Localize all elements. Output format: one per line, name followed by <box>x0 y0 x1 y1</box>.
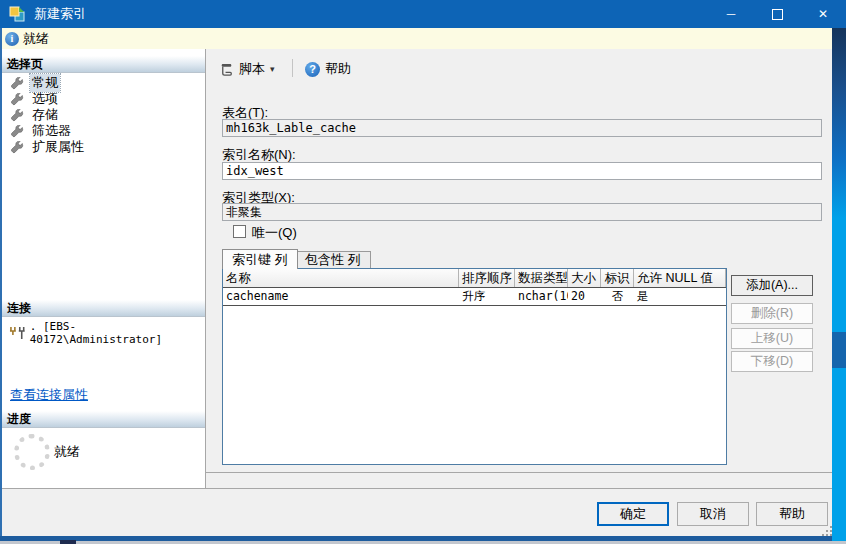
grid-header-row: 名称 排序顺序 数据类型 大小 标识 允许 NULL 值 <box>223 269 726 288</box>
help-button[interactable]: 帮助 <box>756 502 828 526</box>
index-type-field: 非聚集 <box>222 203 822 221</box>
desktop-strip-block <box>60 540 76 544</box>
window-border-left <box>0 28 2 538</box>
minimize-button[interactable]: ─ <box>708 0 754 28</box>
wrench-icon <box>11 93 24 106</box>
ok-button[interactable]: 确定 <box>597 502 669 526</box>
table-row[interactable]: cachename 升序 nchar(10) 20 否 是 <box>223 288 726 306</box>
left-panel: 选择页 常规 选项 存储 筛选器 扩展属性 连接 . [EBS-4017 <box>2 49 206 488</box>
maximize-icon <box>772 9 783 20</box>
connection-header: 连接 <box>2 300 205 317</box>
column-header-sort-order[interactable]: 排序顺序 <box>459 269 515 287</box>
sidebar-item-label: 扩展属性 <box>30 138 86 156</box>
help-button-label: 帮助 <box>325 60 351 78</box>
wrench-icon <box>11 77 24 90</box>
column-header-data-type[interactable]: 数据类型 <box>515 269 568 287</box>
progress-spinner-icon <box>14 434 50 470</box>
cell-allow-nulls: 是 <box>634 288 726 305</box>
tab-index-key-columns[interactable]: 索引键 列 <box>222 249 298 269</box>
sidebar-item-options[interactable]: 选项 <box>2 91 205 107</box>
index-name-input[interactable] <box>222 162 822 180</box>
sidebar-item-storage[interactable]: 存储 <box>2 107 205 123</box>
cell-sort-order[interactable]: 升序 <box>459 288 515 305</box>
main-panel: 脚本 ▾ ? 帮助 表名(T): mh163k_Lable_cache 索引名称… <box>206 49 832 473</box>
wrench-icon <box>11 125 24 138</box>
server-connection-icon <box>8 326 26 341</box>
sidebar-item-extended-properties[interactable]: 扩展属性 <box>2 139 205 155</box>
cell-identity: 否 <box>601 288 634 305</box>
cancel-button[interactable]: 取消 <box>677 502 749 526</box>
connection-row: . [EBS-40172\Administrator] <box>8 320 205 346</box>
dialog-icon <box>9 6 25 22</box>
background-scrollbar-thumb <box>832 332 846 368</box>
wrench-icon <box>11 109 24 122</box>
table-name-field: mh163k_Lable_cache <box>222 119 822 137</box>
progress-header: 进度 <box>2 411 205 428</box>
connection-text: . [EBS-40172\Administrator] <box>30 320 205 346</box>
status-text: 就绪 <box>23 30 49 48</box>
resize-grip[interactable] <box>820 524 832 536</box>
new-index-dialog: 新建索引 ─ ✕ i 就绪 选择页 常规 选项 存储 筛选器 扩展属性 <box>0 0 846 544</box>
index-columns-grid: 名称 排序顺序 数据类型 大小 标识 允许 NULL 值 cachename 升… <box>222 268 727 465</box>
status-strip: i 就绪 <box>0 28 832 50</box>
move-up-button: 上移(U) <box>731 328 813 349</box>
close-button[interactable]: ✕ <box>800 0 846 28</box>
title-bar: 新建索引 ─ ✕ <box>0 0 846 28</box>
unique-checkbox[interactable] <box>233 225 246 238</box>
progress-text: 就绪 <box>54 443 80 461</box>
script-button-label: 脚本 <box>239 60 265 78</box>
cell-name[interactable]: cachename <box>223 288 459 305</box>
help-toolbar-button[interactable]: ? 帮助 <box>298 56 358 82</box>
column-header-allow-nulls[interactable]: 允许 NULL 值 <box>634 269 726 287</box>
move-down-button: 下移(D) <box>731 351 813 372</box>
unique-checkbox-label: 唯一(Q) <box>252 224 297 242</box>
chevron-down-icon[interactable]: ▾ <box>270 64 275 74</box>
cell-size: 20 <box>568 288 601 305</box>
background-scrollbar <box>832 28 846 544</box>
sidebar-item-filter[interactable]: 筛选器 <box>2 123 205 139</box>
window-title: 新建索引 <box>34 5 708 23</box>
help-icon: ? <box>305 62 320 77</box>
remove-button: 删除(R) <box>731 303 813 324</box>
wrench-icon <box>11 141 24 154</box>
close-icon: ✕ <box>818 7 828 21</box>
cell-data-type: nchar(10) <box>515 288 568 305</box>
column-header-size[interactable]: 大小 <box>568 269 601 287</box>
column-header-name[interactable]: 名称 <box>223 269 459 287</box>
view-connection-properties-link[interactable]: 查看连接属性 <box>10 386 88 404</box>
script-button[interactable]: 脚本 ▾ <box>212 56 282 82</box>
sidebar-item-general[interactable]: 常规 <box>2 75 205 91</box>
maximize-button[interactable] <box>754 0 800 28</box>
tab-included-columns[interactable]: 包含性 列 <box>295 251 371 268</box>
minimize-icon: ─ <box>727 7 736 21</box>
toolbar-divider <box>292 59 293 77</box>
info-icon: i <box>5 32 19 46</box>
footer-divider <box>0 488 832 489</box>
add-button[interactable]: 添加(A)... <box>731 275 813 296</box>
column-header-identity[interactable]: 标识 <box>601 269 634 287</box>
script-icon <box>219 62 234 77</box>
select-page-header: 选择页 <box>2 56 205 73</box>
